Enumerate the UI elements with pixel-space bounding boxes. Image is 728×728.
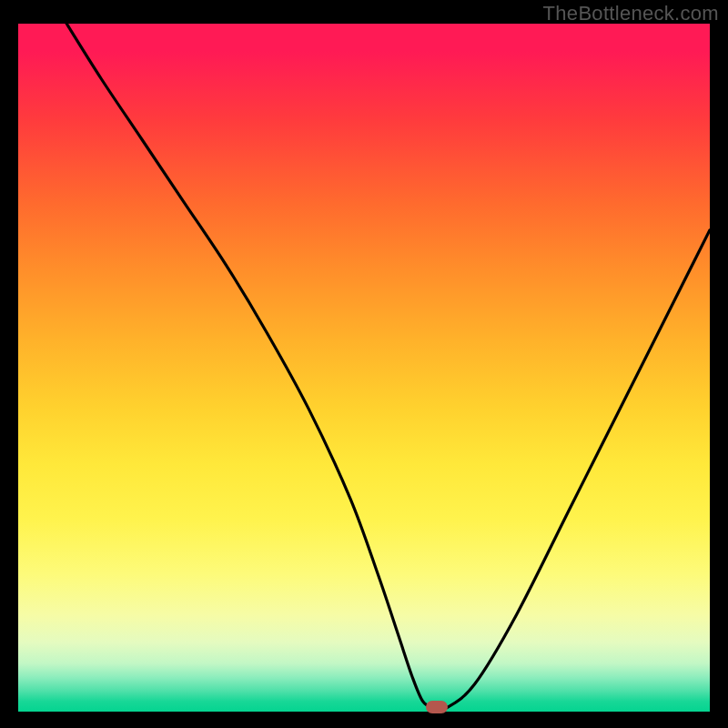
watermark-text: TheBottleneck.com: [543, 2, 719, 25]
minimum-marker: [426, 701, 448, 713]
bottleneck-curve: [18, 24, 710, 712]
plot-area: [18, 24, 710, 712]
chart-frame: TheBottleneck.com: [0, 0, 728, 728]
